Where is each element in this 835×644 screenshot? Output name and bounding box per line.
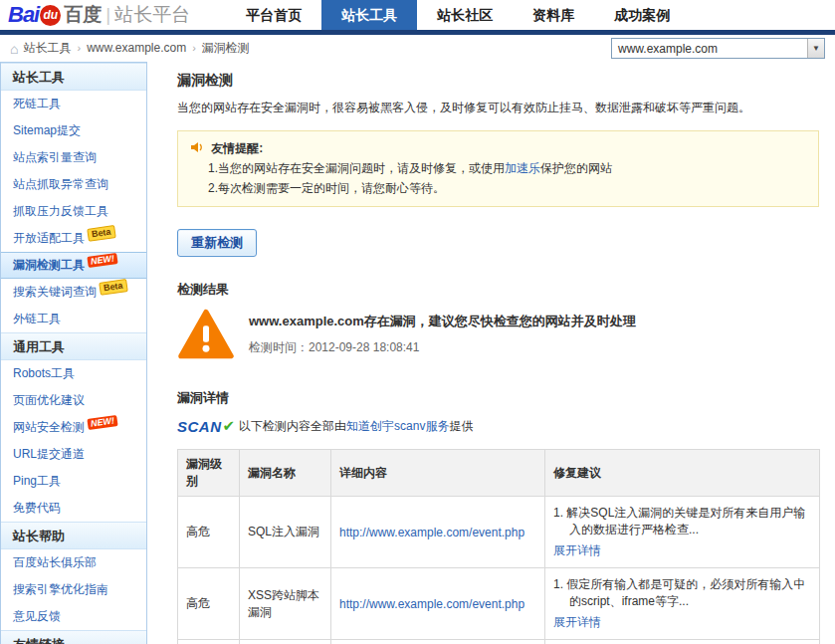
scanv-provider-line: SCAN ✔ 以下检测内容全部由知道创宇scanv服务提供 <box>177 417 819 435</box>
sidebar-item[interactable]: 搜索引擎优化指南 <box>1 576 146 603</box>
scanv-service-link[interactable]: 知道创宇scanv服务 <box>346 418 449 435</box>
sidebar-item[interactable]: Sitemap提交 <box>1 117 146 144</box>
sidebar-item-label: 免费代码 <box>13 501 61 515</box>
page-title: 漏洞检测 <box>177 72 819 90</box>
sidebar-item-label: 站点抓取异常查询 <box>13 177 108 191</box>
home-icon[interactable]: ⌂ <box>10 42 18 56</box>
sidebar-item[interactable]: 站点索引量查询 <box>1 144 146 171</box>
vuln-name-cell: 页面存在源代码泄露 <box>240 640 331 644</box>
sidebar-item-label: Ping工具 <box>13 474 61 488</box>
baidu-du-icon: du <box>40 5 61 26</box>
provider-post: 提供 <box>449 418 473 435</box>
sidebar-item[interactable]: 网站安全检测NEW! <box>1 414 146 441</box>
table-row: 高危页面存在源代码泄露http://www.example.com/funny/… <box>178 640 820 644</box>
sidebar-item-label: 外链工具 <box>13 312 61 325</box>
result-section-title: 检测结果 <box>177 281 819 299</box>
top-nav: 平台首页站长工具站长社区资料库成功案例 <box>226 0 690 30</box>
sidebar-item-label: 网站安全检测 <box>13 420 85 434</box>
breadcrumb-separator: › <box>192 42 196 54</box>
sidebar-item[interactable]: 漏洞检测工具NEW! <box>1 252 146 279</box>
sidebar-item[interactable]: 意见反馈 <box>1 603 146 630</box>
jiasule-link[interactable]: 加速乐 <box>505 161 540 175</box>
advice-line: 1. 假定所有输入都是可疑的，必须对所有输入中的script、iframe等字.… <box>553 576 811 610</box>
sidebar-item-label: 意见反馈 <box>13 609 61 623</box>
sidebar-item[interactable]: 免费代码 <box>1 495 146 522</box>
vuln-level-cell: 高危 <box>178 640 240 644</box>
advice-line: 1. 解决SQL注入漏洞的关键是对所有来自用户输入的数据进行严格检查... <box>553 505 811 538</box>
vuln-detail-cell: http://www.example.com/funny/m/4.shtml <box>331 640 545 644</box>
sidebar-item[interactable]: 搜索关键词查询Beta <box>1 279 146 306</box>
result-row: www.example.com存在漏洞，建议您尽快检查您的网站并及时处理 检测时… <box>177 309 819 363</box>
site-selector-value: www.example.com <box>612 42 807 56</box>
table-column-header: 漏洞级别 <box>178 450 240 497</box>
sidebar-item-label: URL提交通道 <box>13 447 85 461</box>
speaker-icon <box>190 141 207 155</box>
sidebar-item[interactable]: URL提交通道 <box>1 441 146 468</box>
vulnerability-table: 漏洞级别漏洞名称详细内容修复建议 高危SQL注入漏洞http://www.exa… <box>177 449 820 644</box>
sidebar-item[interactable]: 抓取压力反馈工具 <box>1 198 146 225</box>
sidebar-section-title: 友情链接 <box>1 630 146 644</box>
sidebar-item[interactable]: 页面优化建议 <box>1 387 146 414</box>
sidebar-section-title: 通用工具 <box>1 332 146 360</box>
result-time-label: 检测时间： <box>249 340 309 354</box>
table-column-header: 修复建议 <box>545 450 820 497</box>
expand-details-link[interactable]: 展开详情 <box>553 542 601 559</box>
top-nav-item[interactable]: 平台首页 <box>226 0 321 30</box>
details-section-title: 漏洞详情 <box>177 389 819 407</box>
beta-badge: Beta <box>87 225 115 242</box>
content-layout: 站长工具死链工具Sitemap提交站点索引量查询站点抓取异常查询抓取压力反馈工具… <box>0 62 835 644</box>
sidebar-item[interactable]: Robots工具 <box>1 360 146 387</box>
top-header: Bai du 百度 | 站长平台 平台首页站长工具站长社区资料库成功案例 <box>0 0 835 30</box>
vuln-url-link[interactable]: http://www.example.com/event.php <box>339 526 524 539</box>
sidebar-item[interactable]: 外链工具 <box>1 306 146 332</box>
recheck-button[interactable]: 重新检测 <box>177 229 257 257</box>
expand-details-link[interactable]: 展开详情 <box>553 614 601 631</box>
vuln-name-cell: XSS跨站脚本漏洞 <box>240 568 331 640</box>
vuln-level-cell: 高危 <box>178 497 240 568</box>
platform-title: 站长平台 <box>114 2 190 28</box>
sidebar-item[interactable]: 百度站长俱乐部 <box>1 549 146 576</box>
sidebar-item-label: 开放适配工具 <box>13 231 85 245</box>
warning-icon <box>177 309 235 363</box>
baidu-logo[interactable]: Bai du 百度 | 站长平台 <box>8 2 190 28</box>
sidebar-item[interactable]: 开放适配工具Beta <box>1 225 146 252</box>
sidebar-section-title: 站长工具 <box>1 63 146 91</box>
vuln-detail-cell: http://www.example.com/event.php <box>331 497 545 568</box>
sidebar-item-label: Robots工具 <box>13 366 75 380</box>
result-time-value: 2012-09-28 18:08:41 <box>309 340 419 354</box>
vuln-url-link[interactable]: http://www.example.com/event.php <box>339 597 524 611</box>
top-nav-item[interactable]: 站长社区 <box>417 0 513 30</box>
breadcrumb-separator: › <box>77 42 81 54</box>
top-nav-item[interactable]: 资料库 <box>513 0 594 30</box>
table-header-row: 漏洞级别漏洞名称详细内容修复建议 <box>178 450 820 497</box>
scanv-check-icon: ✔ <box>223 417 236 435</box>
sidebar-item-label: Sitemap提交 <box>13 123 81 137</box>
notice-line1-pre: 1.当您的网站存在安全漏洞问题时，请及时修复，或使用 <box>208 161 505 175</box>
breadcrumb-item[interactable]: 漏洞检测 <box>202 41 250 55</box>
new-badge: NEW! <box>87 415 117 430</box>
vuln-level-cell: 高危 <box>178 568 240 640</box>
result-time: 检测时间：2012-09-28 18:08:41 <box>249 339 636 356</box>
site-selector[interactable]: www.example.com ▼ <box>611 38 825 59</box>
sidebar-item[interactable]: 站点抓取异常查询 <box>1 171 146 198</box>
sidebar-item-label: 百度站长俱乐部 <box>13 555 97 569</box>
notice-title: 友情提醒: <box>211 141 263 155</box>
sidebar-item-label: 漏洞检测工具 <box>13 258 85 272</box>
notice-line1-post: 保护您的网站 <box>540 161 612 175</box>
table-column-header: 详细内容 <box>331 450 545 497</box>
table-column-header: 漏洞名称 <box>240 450 331 497</box>
sidebar-item-label: 死链工具 <box>13 97 61 110</box>
top-nav-item[interactable]: 站长工具 <box>321 0 417 30</box>
sidebar-item[interactable]: 死链工具 <box>1 91 146 117</box>
breadcrumb-item[interactable]: 站长工具 <box>23 41 71 55</box>
sidebar-item-label: 搜索关键词查询 <box>13 285 97 299</box>
chevron-down-icon: ▼ <box>807 39 824 58</box>
notice-box: 友情提醒: 1.当您的网站存在安全漏洞问题时，请及时修复，或使用加速乐保护您的网… <box>177 130 819 207</box>
vuln-advice-cell: 1. 解决SQL注入漏洞的关键是对所有来自用户输入的数据进行严格检查...展开详… <box>545 497 820 568</box>
top-nav-item[interactable]: 成功案例 <box>594 0 690 30</box>
sidebar-item[interactable]: Ping工具 <box>1 468 146 495</box>
vuln-advice-cell: 1. 假定所有输入都是可疑的，必须对所有输入中的script、iframe等字.… <box>545 568 820 640</box>
logo-divider: | <box>105 4 110 26</box>
breadcrumb-item[interactable]: www.example.com <box>87 41 186 55</box>
breadcrumb: ⌂ 站长工具›www.example.com›漏洞检测 www.example.… <box>0 35 835 62</box>
